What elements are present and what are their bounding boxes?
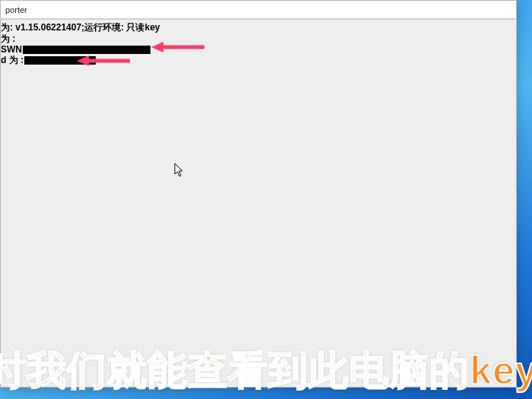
desktop-background: porter 为: v1.15.06221407 ; 运行环境: 只读key 为… — [0, 0, 532, 399]
annotation-arrow-icon — [77, 55, 130, 66]
video-caption: 时我们就能查看到此电脑的key — [0, 344, 532, 397]
window-title: porter — [5, 5, 27, 14]
info-line-2: 为 : — [1, 33, 15, 44]
label-prefix: d 为 : — [1, 54, 24, 67]
annotation-arrow-icon — [151, 42, 204, 52]
window-titlebar[interactable]: porter — [1, 1, 516, 19]
content-area: 为: v1.15.06221407 ; 运行环境: 只读key 为 : SWN … — [1, 19, 516, 387]
info-line-version: 为: v1.15.06221407 ; 运行环境: 只读key — [1, 22, 160, 33]
svg-marker-1 — [151, 42, 163, 52]
svg-marker-3 — [77, 55, 89, 66]
env-label: 运行环境: — [84, 21, 124, 34]
label-prefix: 为 : — [1, 33, 15, 46]
redacted-value — [23, 46, 150, 54]
env-value: 只读key — [126, 21, 160, 34]
mouse-cursor-icon — [174, 163, 185, 178]
version-value: v1.15.06221407 — [15, 22, 81, 33]
app-window: porter 为: v1.15.06221407 ; 运行环境: 只读key 为… — [0, 0, 517, 388]
